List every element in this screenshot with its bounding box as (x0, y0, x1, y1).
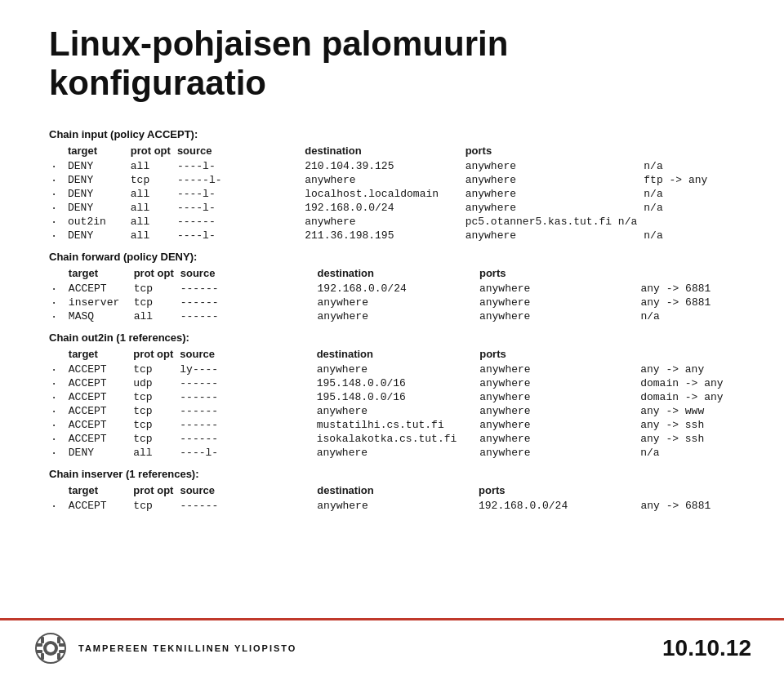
ports-cell: any -> 6881 (637, 296, 735, 309)
table-row: • out2in all ------ anywhere pc5.otanner… (49, 215, 735, 229)
svg-rect-5 (57, 653, 60, 660)
bullet: • (49, 309, 65, 323)
target-cell: inserver (65, 296, 131, 309)
table-row: • DENY all ----l- anywhere anywhere n/a (49, 446, 735, 460)
source-cell: anywhere (314, 362, 477, 376)
prot-cell: all (127, 215, 174, 229)
ports-header: ports (476, 347, 637, 362)
opt-cell: ------ (176, 390, 313, 404)
ports-cell: ftp -> any (640, 173, 735, 187)
source-cell: 192.168.0.0/24 (314, 282, 476, 296)
bullet: • (49, 404, 65, 418)
ports-cell: n/a (640, 159, 735, 173)
target-cell: ACCEPT (65, 432, 130, 446)
bullet: • (49, 215, 65, 229)
chain-input-section: Chain input (policy ACCEPT): target prot… (49, 128, 735, 242)
page-content: Linux-pohjaisen palomuurin konfiguraatio… (0, 0, 784, 581)
target-cell: DENY (65, 229, 127, 242)
prot-cell: all (131, 309, 177, 323)
prot-cell: all (127, 187, 174, 201)
source-cell: 195.148.0.0/16 (314, 390, 477, 404)
table-row: • inserver tcp ------ anywhere anywhere … (49, 296, 735, 309)
chain-forward-table: target prot opt source destination ports… (49, 266, 735, 323)
dest-cell: anywhere (476, 390, 637, 404)
dest-cell: anywhere (476, 309, 638, 323)
prot-cell: all (127, 229, 174, 242)
main-title: Linux-pohjaisen palomuurin konfiguraatio (49, 24, 735, 104)
dest-cell: 192.168.0.0/24 (475, 499, 637, 513)
prot-header: prot opt (127, 144, 174, 159)
chain-forward-section: Chain forward (policy DENY): target prot… (49, 251, 735, 323)
svg-rect-7 (59, 643, 65, 647)
bullet: • (49, 390, 65, 404)
source-cell: 210.104.39.125 (301, 159, 461, 173)
chain-out2in-header: Chain out2in (1 references): (49, 331, 735, 344)
chain-out2in-table: target prot opt source destination ports… (49, 347, 735, 460)
target-cell: ACCEPT (65, 418, 130, 432)
table-row: • ACCEPT udp ------ 195.148.0.0/16 anywh… (49, 376, 735, 390)
dest-cell: anywhere (476, 282, 638, 296)
ports-cell: any -> any (637, 362, 735, 376)
opt-cell: ------ (176, 404, 313, 418)
bullet: • (49, 229, 65, 242)
prot-cell: all (127, 159, 174, 173)
dest-cell: anywhere (476, 376, 637, 390)
prot-cell: tcp (127, 173, 174, 187)
source-header: source (174, 144, 301, 159)
opt-cell: ----l- (174, 229, 301, 242)
source-cell: anywhere (314, 446, 477, 460)
chain-input-table: target prot opt source destination ports… (49, 144, 735, 242)
table-header-row: target prot opt source destination ports (49, 483, 735, 499)
table-row: • ACCEPT tcp ------ 192.168.0.0/24 anywh… (49, 282, 735, 296)
prot-cell: tcp (130, 404, 176, 418)
table-row: • ACCEPT tcp ------ isokalakotka.cs.tut.… (49, 432, 735, 446)
prot-cell: tcp (130, 432, 176, 446)
target-cell: DENY (65, 159, 127, 173)
dest-cell: anywhere (462, 229, 641, 242)
target-cell: ACCEPT (65, 362, 130, 376)
chain-out2in-section: Chain out2in (1 references): target prot… (49, 331, 735, 460)
opt-cell: ------ (176, 376, 313, 390)
bullet: • (49, 432, 65, 446)
footer-left: TAMPEREEN TEKNILLINEN YLIOPISTO (33, 630, 296, 666)
dest-cell: pc5.otanner5.kas.tut.fi n/a (462, 215, 641, 229)
bullet: • (49, 282, 65, 296)
opt-cell: ------ (177, 296, 314, 309)
prot-cell: all (130, 446, 176, 460)
source-cell: localhost.localdomain (301, 187, 461, 201)
chain-inserver-header: Chain inserver (1 references): (49, 468, 735, 480)
target-header: target (65, 347, 130, 362)
bullet-col (49, 483, 65, 499)
footer: TAMPEREEN TEKNILLINEN YLIOPISTO 10.10.12 (0, 618, 784, 676)
ports-cell: any -> www (637, 404, 735, 418)
ports-header: ports (475, 483, 637, 499)
target-cell: ACCEPT (65, 499, 131, 513)
bullet: • (49, 159, 65, 173)
ports-cell (640, 215, 735, 229)
svg-rect-6 (36, 643, 42, 647)
opt-cell: ----l- (174, 159, 301, 173)
table-row: • ACCEPT tcp ------ mustatilhi.cs.tut.fi… (49, 418, 735, 432)
source-cell: anywhere (301, 215, 461, 229)
source-cell: 195.148.0.0/16 (314, 376, 477, 390)
dest-cell: anywhere (462, 201, 641, 215)
dest-cell: anywhere (476, 296, 638, 309)
target-cell: out2in (65, 215, 127, 229)
dest-cell: anywhere (462, 173, 641, 187)
ports-cell: n/a (640, 229, 735, 242)
dest-cell: anywhere (476, 446, 637, 460)
table-row: • MASQ all ------ anywhere anywhere n/a (49, 309, 735, 323)
opt-cell: ------ (174, 215, 301, 229)
target-header: target (65, 144, 127, 159)
university-name: TAMPEREEN TEKNILLINEN YLIOPISTO (78, 643, 296, 653)
table-header-row: target prot opt source destination ports (49, 347, 735, 362)
source-cell: 211.36.198.195 (301, 229, 461, 242)
opt-cell: ------ (177, 309, 314, 323)
ports-cell: domain -> any (637, 376, 735, 390)
bullet: • (49, 499, 65, 513)
source-cell: anywhere (314, 296, 476, 309)
bullet-col (49, 144, 65, 159)
prot-cell: udp (130, 376, 176, 390)
target-cell: DENY (65, 173, 127, 187)
table-row: • DENY all ----l- 192.168.0.0/24 anywher… (49, 201, 735, 215)
